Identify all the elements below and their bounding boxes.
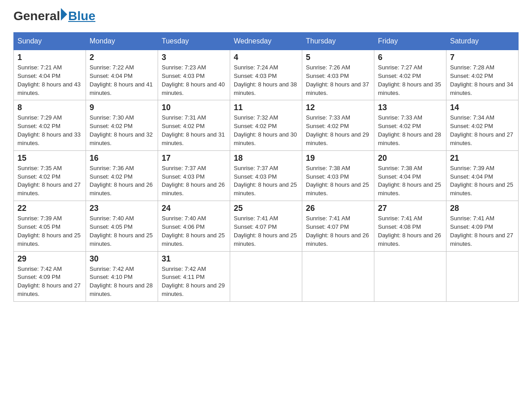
day-number: 24 <box>162 204 226 213</box>
calendar-day-cell: 25 Sunrise: 7:41 AMSunset: 4:07 PMDaylig… <box>230 201 302 251</box>
calendar-day-cell: 6 Sunrise: 7:27 AMSunset: 4:02 PMDayligh… <box>374 50 446 100</box>
day-number: 8 <box>17 103 82 112</box>
day-info: Sunrise: 7:40 AMSunset: 4:05 PMDaylight:… <box>90 214 154 248</box>
calendar-day-cell <box>302 251 374 301</box>
day-info: Sunrise: 7:38 AMSunset: 4:03 PMDaylight:… <box>306 164 370 198</box>
calendar-day-cell: 15 Sunrise: 7:35 AMSunset: 4:02 PMDaylig… <box>14 150 86 201</box>
day-info: Sunrise: 7:38 AMSunset: 4:04 PMDaylight:… <box>378 164 442 198</box>
calendar-week-row: 15 Sunrise: 7:35 AMSunset: 4:02 PMDaylig… <box>14 150 519 201</box>
calendar-day-cell: 26 Sunrise: 7:41 AMSunset: 4:07 PMDaylig… <box>302 201 374 251</box>
day-info: Sunrise: 7:30 AMSunset: 4:02 PMDaylight:… <box>90 114 154 147</box>
day-number: 27 <box>378 204 442 213</box>
day-number: 25 <box>234 204 298 213</box>
calendar-day-cell: 18 Sunrise: 7:37 AMSunset: 4:03 PMDaylig… <box>230 150 302 201</box>
calendar-day-cell: 11 Sunrise: 7:32 AMSunset: 4:02 PMDaylig… <box>230 100 302 150</box>
calendar-day-cell: 3 Sunrise: 7:23 AMSunset: 4:03 PMDayligh… <box>158 50 230 100</box>
calendar-day-cell: 23 Sunrise: 7:40 AMSunset: 4:05 PMDaylig… <box>86 201 158 251</box>
day-number: 30 <box>90 254 154 264</box>
weekday-header-tuesday: Tuesday <box>158 33 230 50</box>
calendar-day-cell: 21 Sunrise: 7:39 AMSunset: 4:04 PMDaylig… <box>446 150 519 201</box>
day-number: 31 <box>162 254 226 264</box>
day-number: 19 <box>306 154 370 163</box>
day-number: 5 <box>306 53 370 62</box>
day-number: 14 <box>450 103 515 112</box>
day-number: 22 <box>17 204 82 213</box>
day-info: Sunrise: 7:40 AMSunset: 4:06 PMDaylight:… <box>162 214 226 248</box>
calendar-table: SundayMondayTuesdayWednesdayThursdayFrid… <box>13 32 519 302</box>
day-number: 13 <box>378 103 442 112</box>
day-number: 16 <box>90 154 154 163</box>
logo-general: General <box>13 9 60 23</box>
calendar-week-row: 29 Sunrise: 7:42 AMSunset: 4:09 PMDaylig… <box>14 251 519 301</box>
calendar-day-cell: 24 Sunrise: 7:40 AMSunset: 4:06 PMDaylig… <box>158 201 230 251</box>
calendar-day-cell: 1 Sunrise: 7:21 AMSunset: 4:04 PMDayligh… <box>14 50 86 100</box>
day-info: Sunrise: 7:36 AMSunset: 4:02 PMDaylight:… <box>90 164 154 198</box>
day-info: Sunrise: 7:29 AMSunset: 4:02 PMDaylight:… <box>17 114 82 147</box>
calendar-day-cell: 28 Sunrise: 7:41 AMSunset: 4:09 PMDaylig… <box>446 201 519 251</box>
day-info: Sunrise: 7:37 AMSunset: 4:03 PMDaylight:… <box>234 164 298 198</box>
day-number: 21 <box>450 154 515 163</box>
day-number: 20 <box>378 154 442 163</box>
weekday-header-thursday: Thursday <box>302 33 374 50</box>
weekday-header-monday: Monday <box>86 33 158 50</box>
day-info: Sunrise: 7:22 AMSunset: 4:04 PMDaylight:… <box>90 64 154 97</box>
calendar-day-cell <box>374 251 446 301</box>
day-number: 2 <box>90 53 154 62</box>
day-number: 6 <box>378 53 442 62</box>
day-number: 9 <box>90 103 154 112</box>
day-number: 12 <box>306 103 370 112</box>
day-info: Sunrise: 7:33 AMSunset: 4:02 PMDaylight:… <box>306 114 370 147</box>
day-info: Sunrise: 7:39 AMSunset: 4:05 PMDaylight:… <box>17 214 82 248</box>
calendar-day-cell: 8 Sunrise: 7:29 AMSunset: 4:02 PMDayligh… <box>14 100 86 150</box>
calendar-day-cell <box>446 251 519 301</box>
calendar-day-cell: 31 Sunrise: 7:42 AMSunset: 4:11 PMDaylig… <box>158 251 230 301</box>
calendar-day-cell: 20 Sunrise: 7:38 AMSunset: 4:04 PMDaylig… <box>374 150 446 201</box>
calendar-day-cell: 16 Sunrise: 7:36 AMSunset: 4:02 PMDaylig… <box>86 150 158 201</box>
day-number: 28 <box>450 204 515 213</box>
day-info: Sunrise: 7:42 AMSunset: 4:09 PMDaylight:… <box>17 265 82 299</box>
day-info: Sunrise: 7:41 AMSunset: 4:09 PMDaylight:… <box>450 214 515 248</box>
day-number: 23 <box>90 204 154 213</box>
calendar-day-cell: 2 Sunrise: 7:22 AMSunset: 4:04 PMDayligh… <box>86 50 158 100</box>
day-number: 26 <box>306 204 370 213</box>
calendar-day-cell: 12 Sunrise: 7:33 AMSunset: 4:02 PMDaylig… <box>302 100 374 150</box>
weekday-header-row: SundayMondayTuesdayWednesdayThursdayFrid… <box>14 33 519 50</box>
calendar-day-cell: 14 Sunrise: 7:34 AMSunset: 4:02 PMDaylig… <box>446 100 519 150</box>
calendar-day-cell: 22 Sunrise: 7:39 AMSunset: 4:05 PMDaylig… <box>14 201 86 251</box>
day-number: 7 <box>450 53 515 62</box>
day-number: 4 <box>234 53 298 62</box>
day-info: Sunrise: 7:37 AMSunset: 4:03 PMDaylight:… <box>162 164 226 198</box>
calendar-week-row: 22 Sunrise: 7:39 AMSunset: 4:05 PMDaylig… <box>14 201 519 251</box>
weekday-header-friday: Friday <box>374 33 446 50</box>
day-info: Sunrise: 7:41 AMSunset: 4:08 PMDaylight:… <box>378 214 442 248</box>
day-info: Sunrise: 7:28 AMSunset: 4:02 PMDaylight:… <box>450 64 515 97</box>
calendar-day-cell: 7 Sunrise: 7:28 AMSunset: 4:02 PMDayligh… <box>446 50 519 100</box>
calendar-day-cell: 4 Sunrise: 7:24 AMSunset: 4:03 PMDayligh… <box>230 50 302 100</box>
day-number: 15 <box>17 154 82 163</box>
calendar-day-cell: 27 Sunrise: 7:41 AMSunset: 4:08 PMDaylig… <box>374 201 446 251</box>
day-info: Sunrise: 7:33 AMSunset: 4:02 PMDaylight:… <box>378 114 442 147</box>
calendar-day-cell: 9 Sunrise: 7:30 AMSunset: 4:02 PMDayligh… <box>86 100 158 150</box>
calendar-week-row: 1 Sunrise: 7:21 AMSunset: 4:04 PMDayligh… <box>14 50 519 100</box>
day-info: Sunrise: 7:42 AMSunset: 4:10 PMDaylight:… <box>90 265 154 299</box>
day-info: Sunrise: 7:41 AMSunset: 4:07 PMDaylight:… <box>234 214 298 248</box>
calendar-day-cell <box>230 251 302 301</box>
calendar-day-cell: 10 Sunrise: 7:31 AMSunset: 4:02 PMDaylig… <box>158 100 230 150</box>
day-number: 29 <box>17 254 82 264</box>
day-info: Sunrise: 7:42 AMSunset: 4:11 PMDaylight:… <box>162 265 226 299</box>
day-info: Sunrise: 7:39 AMSunset: 4:04 PMDaylight:… <box>450 164 515 198</box>
day-info: Sunrise: 7:32 AMSunset: 4:02 PMDaylight:… <box>234 114 298 147</box>
day-info: Sunrise: 7:24 AMSunset: 4:03 PMDaylight:… <box>234 64 298 97</box>
day-number: 18 <box>234 154 298 163</box>
weekday-header-sunday: Sunday <box>14 33 86 50</box>
day-info: Sunrise: 7:27 AMSunset: 4:02 PMDaylight:… <box>378 64 442 97</box>
day-info: Sunrise: 7:31 AMSunset: 4:02 PMDaylight:… <box>162 114 226 147</box>
calendar-day-cell: 30 Sunrise: 7:42 AMSunset: 4:10 PMDaylig… <box>86 251 158 301</box>
day-number: 10 <box>162 103 226 112</box>
day-info: Sunrise: 7:35 AMSunset: 4:02 PMDaylight:… <box>17 164 82 198</box>
day-number: 17 <box>162 154 226 163</box>
day-number: 11 <box>234 103 298 112</box>
calendar-day-cell: 29 Sunrise: 7:42 AMSunset: 4:09 PMDaylig… <box>14 251 86 301</box>
calendar-day-cell: 17 Sunrise: 7:37 AMSunset: 4:03 PMDaylig… <box>158 150 230 201</box>
day-info: Sunrise: 7:21 AMSunset: 4:04 PMDaylight:… <box>17 64 82 97</box>
